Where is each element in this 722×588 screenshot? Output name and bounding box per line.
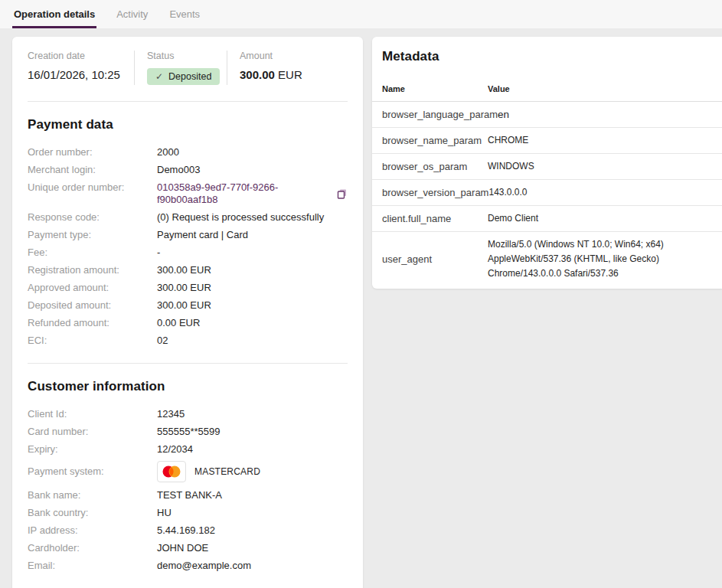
row-unique-order-number: Unique order number: 010358a9-9ed7-770f-… [28, 181, 348, 206]
row-label: Payment system: [28, 466, 157, 478]
row-ip-address: IP address: 5.44.169.182 [28, 524, 348, 537]
amount-value: 300.00 EUR [240, 68, 348, 81]
table-row: browser_os_param WINDOWS [372, 154, 722, 180]
metadata-table-header: Name Value [372, 64, 722, 102]
row-value: JOHN DOE [157, 542, 208, 554]
customer-information-title: Customer information [28, 379, 348, 394]
row-label: Unique order number: [28, 181, 157, 194]
payment-system-name: MASTERCARD [194, 466, 260, 477]
row-deposited-amount: Deposited amount: 300.00 EUR [28, 299, 348, 312]
row-label: Response code: [28, 211, 157, 224]
operation-details-card: Creation date 16/01/2026, 10:25 Status ✓… [12, 37, 363, 588]
metadata-title: Metadata [382, 49, 712, 64]
row-value: Demo003 [157, 164, 200, 176]
operation-summary: Creation date 16/01/2026, 10:25 Status ✓… [12, 37, 363, 85]
table-row: client.full_name Demo Client [372, 206, 722, 232]
row-value: 02 [157, 335, 168, 347]
payment-data-title: Payment data [28, 117, 348, 132]
status-badge-text: Deposited [168, 71, 211, 82]
metadata-column-name: Name [382, 84, 488, 93]
row-value: 2000 [157, 146, 179, 158]
row-label: Fee: [28, 247, 157, 259]
row-order-number: Order number: 2000 [28, 146, 348, 158]
table-row: browser_version_param 143.0.0.0 [372, 180, 722, 206]
row-value: HU [157, 507, 172, 519]
row-label: Bank name: [28, 489, 157, 501]
table-row: browser_name_param CHROME [372, 128, 722, 154]
row-label: Payment type: [28, 229, 157, 241]
metadata-column-value: Value [488, 84, 510, 93]
creation-date-block: Creation date 16/01/2026, 10:25 [28, 51, 134, 85]
row-label: ECI: [28, 335, 157, 347]
row-label: Cardholder: [28, 542, 157, 554]
divider [28, 363, 348, 364]
metadata-name: browser_os_param [382, 161, 488, 172]
row-label: Email: [28, 560, 157, 572]
row-label: Registration amount: [28, 264, 157, 276]
metadata-value: en [498, 107, 712, 122]
row-value: 12345 [157, 408, 185, 420]
status-label: Status [147, 51, 227, 61]
row-value: 300.00 EUR [157, 299, 211, 312]
amount-label: Amount [240, 51, 348, 61]
row-value: demo@example.com [157, 560, 251, 572]
row-response-code: Response code: (0) Request is processed … [28, 211, 348, 224]
table-row-user-agent: user_agent Mozilla/5.0 (Windows NT 10.0;… [372, 232, 722, 289]
row-value: 555555**5599 [157, 426, 220, 438]
table-row: browser_language_param en [372, 102, 722, 128]
tab-bar: Operation details Activity Events [0, 0, 722, 28]
row-label: Card number: [28, 426, 157, 438]
amount-block: Amount 300.00 EUR [227, 51, 348, 85]
row-label: Bank country: [28, 507, 157, 519]
row-approved-amount: Approved amount: 300.00 EUR [28, 282, 348, 294]
row-email: Email: demo@example.com [28, 560, 348, 572]
row-refunded-amount: Refunded amount: 0.00 EUR [28, 317, 348, 329]
row-value: 12/2034 [157, 443, 193, 456]
metadata-value: CHROME [488, 133, 712, 148]
row-label: Refunded amount: [28, 317, 157, 329]
amount-currency: EUR [278, 68, 302, 81]
row-value: TEST BANK-A [157, 489, 222, 501]
row-value: Payment card | Card [157, 229, 248, 241]
page-content: Creation date 16/01/2026, 10:25 Status ✓… [0, 28, 722, 588]
metadata-value: 143.0.0.0 [488, 185, 712, 200]
creation-date-label: Creation date [28, 51, 122, 61]
metadata-name: browser_name_param [382, 135, 488, 146]
mastercard-logo-icon [157, 461, 186, 482]
metadata-name: browser_version_param [382, 187, 488, 198]
payment-data-rows: Order number: 2000 Merchant login: Demo0… [12, 132, 363, 347]
metadata-name: client.full_name [382, 213, 488, 224]
row-value: 300.00 EUR [157, 264, 211, 276]
status-block: Status ✓ Deposited [134, 51, 227, 85]
row-value: (0) Request is processed successfully [157, 211, 324, 224]
divider [28, 101, 348, 102]
tab-activity[interactable]: Activity [115, 0, 149, 28]
row-label: Order number: [28, 146, 157, 158]
metadata-card: Metadata Name Value browser_language_par… [372, 37, 722, 289]
row-label: IP address: [28, 524, 157, 537]
row-value: - [157, 247, 160, 259]
status-badge: ✓ Deposited [147, 68, 220, 85]
row-value: 0.00 EUR [157, 317, 200, 329]
row-client-id: Client Id: 12345 [28, 408, 348, 420]
tab-operation-details[interactable]: Operation details [12, 0, 96, 28]
row-label: Approved amount: [28, 282, 157, 294]
row-payment-system: Payment system: MASTERCARD [28, 461, 348, 482]
copy-icon[interactable] [337, 188, 348, 199]
metadata-name: browser_language_param [382, 109, 498, 120]
metadata-name: user_agent [382, 253, 488, 265]
row-bank-name: Bank name: TEST BANK-A [28, 489, 348, 501]
unique-order-number-link[interactable]: 010358a9-9ed7-770f-9266-f90b00aaf1b8 [157, 181, 331, 206]
metadata-value: Demo Client [488, 211, 712, 226]
row-label: Expiry: [28, 443, 157, 456]
row-label: Deposited amount: [28, 299, 157, 312]
row-bank-country: Bank country: HU [28, 507, 348, 519]
row-label: Client Id: [28, 408, 157, 420]
row-expiry: Expiry: 12/2034 [28, 443, 348, 456]
row-value: 5.44.169.182 [157, 524, 215, 537]
row-merchant-login: Merchant login: Demo003 [28, 164, 348, 176]
row-cardholder: Cardholder: JOHN DOE [28, 542, 348, 554]
tab-events[interactable]: Events [168, 0, 201, 28]
metadata-value: Mozilla/5.0 (Windows NT 10.0; Win64; x64… [488, 237, 712, 281]
row-label: Merchant login: [28, 164, 157, 176]
